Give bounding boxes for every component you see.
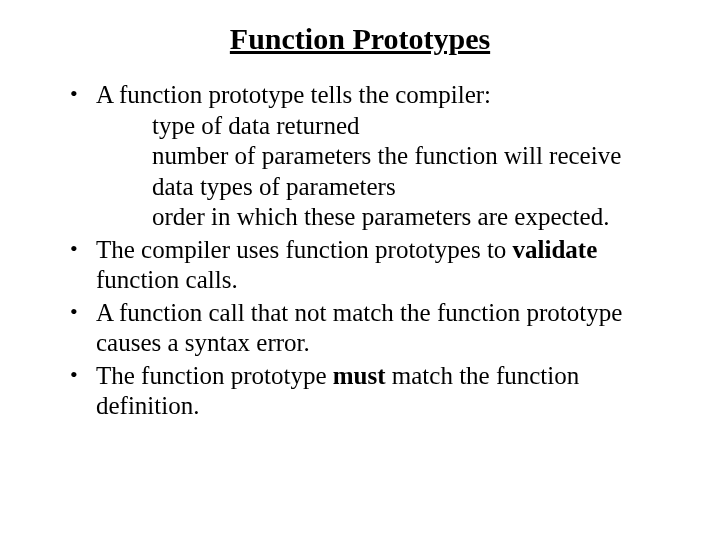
sub-item: type of data returned [96,111,662,142]
slide: Function Prototypes A function prototype… [0,0,720,540]
bullet-item-3: A function call that not match the funct… [70,298,662,359]
bullet-text-pre: The compiler uses function prototypes to [96,236,513,263]
bullet-text-bold: validate [513,236,598,263]
sub-item: number of parameters the function will r… [96,141,662,172]
bullet-text: A function prototype tells the compiler: [96,81,491,108]
bullet-item-2: The compiler uses function prototypes to… [70,235,662,296]
sub-item: data types of parameters [96,172,662,203]
bullet-text-post: function calls. [96,266,238,293]
bullet-item-4: The function prototype must match the fu… [70,361,662,422]
slide-title: Function Prototypes [40,22,680,56]
bullet-text: A function call that not match the funct… [96,299,622,357]
bullet-item-1: A function prototype tells the compiler:… [70,80,662,233]
sub-item: order in which these parameters are expe… [96,202,662,233]
bullet-text-bold: must [333,362,386,389]
bullet-list: A function prototype tells the compiler:… [40,80,680,422]
bullet-text-pre: The function prototype [96,362,333,389]
